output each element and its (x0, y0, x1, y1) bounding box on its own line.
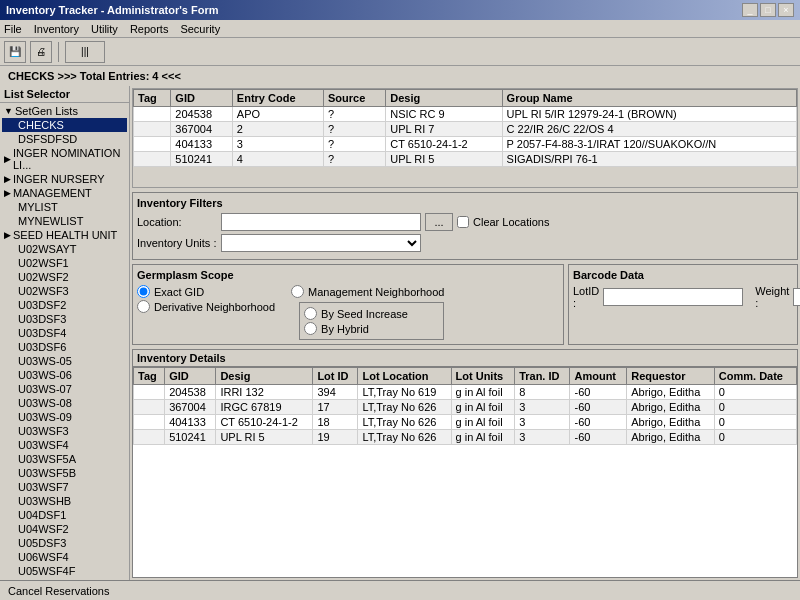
inv-col-requestor: Requestor (627, 368, 715, 385)
sidebar-item-u03dsf6[interactable]: U03DSF6 (2, 340, 127, 354)
inv-lot-id: 18 (313, 415, 358, 430)
sidebar-item-inger-nursery[interactable]: ▶ INGER NURSERY (2, 172, 127, 186)
col-entry-code: Entry Code (232, 90, 323, 107)
inv-tag (134, 415, 165, 430)
browse-button[interactable]: ... (425, 213, 453, 231)
accession-row[interactable]: 404133 3 ? CT 6510-24-1-2 P 2057-F4-88-3… (134, 137, 797, 152)
inv-desig: CT 6510-24-1-2 (216, 415, 313, 430)
exact-gid-label[interactable]: Exact GID (137, 285, 275, 298)
acc-entry-code: 3 (232, 137, 323, 152)
inventory-row[interactable]: 510241 UPL RI 5 19 LT,Tray No 626 g in A… (134, 430, 797, 445)
menu-bar: File Inventory Utility Reports Security (0, 20, 800, 38)
sidebar-item-u05wsf4f[interactable]: U05WSF4F (2, 564, 127, 578)
acc-desig: CT 6510-24-1-2 (386, 137, 502, 152)
sidebar-item-u03wsf3[interactable]: U03WSF3 (2, 424, 127, 438)
col-gid: GID (171, 90, 233, 107)
menu-reports[interactable]: Reports (130, 23, 169, 35)
print-button[interactable]: 🖨 (30, 41, 52, 63)
clear-locations-checkbox[interactable] (457, 216, 469, 228)
sidebar-item-u05dsf3[interactable]: U05DSF3 (2, 536, 127, 550)
sidebar-item-u03ws08[interactable]: U03WS-08 (2, 396, 127, 410)
inv-amount: -60 (570, 430, 627, 445)
window-title: Inventory Tracker - Administrator's Form (6, 4, 219, 16)
toolbar-separator (58, 42, 59, 62)
col-tag: Tag (134, 90, 171, 107)
derivative-radio[interactable] (137, 300, 150, 313)
germplasm-scope-title: Germplasm Scope (137, 269, 559, 281)
minimize-button[interactable]: _ (742, 3, 758, 17)
acc-group-name: UPL RI 5/IR 12979-24-1 (BROWN) (502, 107, 796, 122)
sidebar-item-u03ws07[interactable]: U03WS-07 (2, 382, 127, 396)
inventory-units-select[interactable] (221, 234, 421, 252)
sidebar-item-u06wsf4[interactable]: U06WSF4 (2, 550, 127, 564)
accession-row[interactable]: 367004 2 ? UPL RI 7 C 22/IR 26/C 22/OS 4 (134, 122, 797, 137)
save-button[interactable]: 💾 (4, 41, 26, 63)
exact-gid-radio[interactable] (137, 285, 150, 298)
sidebar-item-u03dsf2[interactable]: U03DSF2 (2, 298, 127, 312)
window-controls[interactable]: _ □ × (742, 3, 794, 17)
inv-lot-location: LT,Tray No 626 (358, 415, 451, 430)
sidebar-item-management[interactable]: ▶ MANAGEMENT (2, 186, 127, 200)
sidebar-item-u03ws09[interactable]: U03WS-09 (2, 410, 127, 424)
accession-table-container[interactable]: Tag GID Entry Code Source Desig Group Na… (132, 88, 798, 188)
sidebar-item-u03wsf4[interactable]: U03WSF4 (2, 438, 127, 452)
sidebar-item-u03wsf5a[interactable]: U03WSF5A (2, 452, 127, 466)
acc-source: ? (323, 107, 385, 122)
inventory-row[interactable]: 204538 IRRI 132 394 LT,Tray No 619 g in … (134, 385, 797, 400)
acc-tag (134, 152, 171, 167)
sidebar-item-u03wsf5b[interactable]: U03WSF5B (2, 466, 127, 480)
acc-desig: NSIC RC 9 (386, 107, 502, 122)
accession-row[interactable]: 510241 4 ? UPL RI 5 SIGADIS/RPI 76-1 (134, 152, 797, 167)
lot-id-row: LotID : Weight : (573, 285, 793, 309)
sidebar-item-u04dsf1[interactable]: U04DSF1 (2, 508, 127, 522)
sidebar-item-u02wsayt[interactable]: U02WSAYT (2, 242, 127, 256)
location-input[interactable] (221, 213, 421, 231)
inv-lot-location: LT,Tray No 619 (358, 385, 451, 400)
management-neighborhood-label[interactable]: Management Neighborhood (291, 285, 444, 298)
derivative-neighborhood-label[interactable]: Derivative Neighborhood (137, 300, 275, 313)
maximize-button[interactable]: □ (760, 3, 776, 17)
accession-row[interactable]: 204538 APO ? NSIC RC 9 UPL RI 5/IR 12979… (134, 107, 797, 122)
inv-col-tag: Tag (134, 368, 165, 385)
sidebar-item-u02wsf3[interactable]: U02WSF3 (2, 284, 127, 298)
sidebar-item-u02wsf2[interactable]: U02WSF2 (2, 270, 127, 284)
inv-col-tran-id: Tran. ID (515, 368, 570, 385)
by-seed-increase-radio[interactable] (304, 307, 317, 320)
sidebar-item-u03wshb[interactable]: U03WSHB (2, 494, 127, 508)
sidebar-item-dsfsdfsd[interactable]: DSFSDFSD (2, 132, 127, 146)
sidebar-setgen-label[interactable]: ▼ SetGen Lists (2, 104, 127, 118)
sidebar-item-u03ws06[interactable]: U03WS-06 (2, 368, 127, 382)
menu-security[interactable]: Security (180, 23, 220, 35)
clear-locations-label: Clear Locations (473, 216, 549, 228)
menu-utility[interactable]: Utility (91, 23, 118, 35)
weight-input[interactable] (793, 288, 800, 306)
menu-file[interactable]: File (4, 23, 22, 35)
management-neighborhood-radio[interactable] (291, 285, 304, 298)
sidebar-item-u02wsf1[interactable]: U02WSF1 (2, 256, 127, 270)
sidebar-item-u04wsf2[interactable]: U04WSF2 (2, 522, 127, 536)
lot-id-input[interactable] (603, 288, 743, 306)
sidebar-item-u03ws05[interactable]: U03WS-05 (2, 354, 127, 368)
sidebar-item-u03dsf3[interactable]: U03DSF3 (2, 312, 127, 326)
sidebar-item-seed-health[interactable]: ▶ SEED HEALTH UNIT (2, 228, 127, 242)
inv-lot-id: 19 (313, 430, 358, 445)
sidebar-item-mynewlist[interactable]: MYNEWLIST (2, 214, 127, 228)
sidebar-item-inger-nom[interactable]: ▶ INGER NOMINATION LI... (2, 146, 127, 172)
inv-tran-id: 3 (515, 400, 570, 415)
menu-inventory[interactable]: Inventory (34, 23, 79, 35)
by-hybrid-radio[interactable] (304, 322, 317, 335)
inventory-row[interactable]: 404133 CT 6510-24-1-2 18 LT,Tray No 626 … (134, 415, 797, 430)
close-button[interactable]: × (778, 3, 794, 17)
by-hybrid-label[interactable]: By Hybrid (304, 322, 439, 335)
sidebar-item-u03dsf4[interactable]: U03DSF4 (2, 326, 127, 340)
sidebar-item-u06dsf5[interactable]: U06DSF5 (2, 578, 127, 580)
sidebar-item-mylist[interactable]: MYLIST (2, 200, 127, 214)
col-source: Source (323, 90, 385, 107)
sidebar-item-u03wsf7[interactable]: U03WSF7 (2, 480, 127, 494)
sidebar-item-checks[interactable]: CHECKS (2, 118, 127, 132)
inv-comm-date: 0 (714, 415, 796, 430)
barcode-data: Barcode Data LotID : Weight : (568, 264, 798, 345)
inventory-row[interactable]: 367004 IRGC 67819 17 LT,Tray No 626 g in… (134, 400, 797, 415)
by-seed-increase-label[interactable]: By Seed Increase (304, 307, 439, 320)
barcode-button[interactable]: ||| (65, 41, 105, 63)
